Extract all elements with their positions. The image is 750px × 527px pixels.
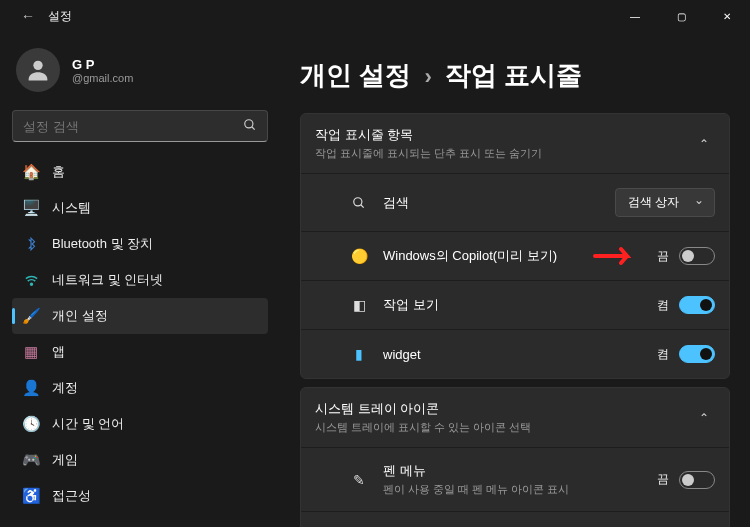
sidebar-item-label: 접근성: [52, 487, 91, 505]
row-label: 펜 메뉴: [383, 462, 657, 480]
widget-icon: ▮: [349, 344, 369, 364]
maximize-button[interactable]: ▢: [658, 0, 704, 32]
row-label: 검색: [383, 194, 615, 212]
user-profile[interactable]: G P @gmail.com: [12, 40, 268, 104]
sidebar-item-network[interactable]: 네트워크 및 인터넷: [12, 262, 268, 298]
minimize-button[interactable]: —: [612, 0, 658, 32]
tray-icons-section: 시스템 트레이 아이콘 시스템 트레이에 표시할 수 있는 아이콘 선택 ⌃ ✎…: [300, 387, 730, 527]
accessibility-icon: ♿: [22, 487, 40, 505]
chevron-right-icon: ›: [424, 64, 431, 89]
system-icon: 🖥️: [22, 199, 40, 217]
toggle-state-label: 켬: [657, 297, 669, 314]
sidebar-item-system[interactable]: 🖥️시스템: [12, 190, 268, 226]
taskview-toggle[interactable]: [679, 296, 715, 314]
home-icon: 🏠: [22, 163, 40, 181]
avatar: [16, 48, 60, 92]
row-label: 작업 보기: [383, 296, 657, 314]
sidebar-item-label: Bluetooth 및 장치: [52, 235, 153, 253]
search-icon: [243, 118, 257, 135]
svg-line-5: [361, 204, 364, 207]
row-search: 검색 검색 상자: [301, 173, 729, 231]
close-button[interactable]: ✕: [704, 0, 750, 32]
game-icon: 🎮: [22, 451, 40, 469]
person-icon: 👤: [22, 379, 40, 397]
copilot-icon: 🟡: [349, 246, 369, 266]
taskview-icon: ◧: [349, 295, 369, 315]
sidebar-item-apps[interactable]: ▦앱: [12, 334, 268, 370]
row-label: Windows의 Copilot(미리 보기): [383, 247, 657, 265]
sidebar-item-label: 시스템: [52, 199, 91, 217]
clock-icon: 🕓: [22, 415, 40, 433]
breadcrumb-parent[interactable]: 개인 설정: [300, 60, 411, 90]
row-sublabel: 펜이 사용 중일 때 펜 메뉴 아이콘 표시: [383, 482, 657, 497]
sidebar-item-gaming[interactable]: 🎮게임: [12, 442, 268, 478]
toggle-state-label: 끔: [657, 471, 669, 488]
sidebar-item-label: 시간 및 언어: [52, 415, 124, 433]
sidebar-item-personalization[interactable]: 🖌️개인 설정: [12, 298, 268, 334]
sidebar-item-label: 네트워크 및 인터넷: [52, 271, 163, 289]
sidebar-item-accounts[interactable]: 👤계정: [12, 370, 268, 406]
sidebar-item-bluetooth[interactable]: Bluetooth 및 장치: [12, 226, 268, 262]
svg-point-3: [30, 283, 32, 285]
chevron-up-icon[interactable]: ⌃: [693, 405, 715, 431]
sidebar-item-home[interactable]: 🏠홈: [12, 154, 268, 190]
svg-point-0: [33, 61, 42, 70]
search-icon: [349, 193, 369, 213]
bluetooth-icon: [22, 235, 40, 253]
section-header[interactable]: 작업 표시줄 항목 작업 표시줄에 표시되는 단추 표시 또는 숨기기 ⌃: [301, 114, 729, 173]
row-touch-keyboard: ⌨ 터치 키보드 터치 키보드 아이콘 표시 사용 안 함: [301, 511, 729, 527]
sidebar-item-label: 홈: [52, 163, 65, 181]
breadcrumb: 개인 설정 › 작업 표시줄: [300, 58, 730, 93]
sidebar-item-label: 개인 설정: [52, 307, 108, 325]
wifi-icon: [22, 271, 40, 289]
svg-point-1: [245, 119, 253, 127]
row-widget: ▮ widget 켬: [301, 329, 729, 378]
row-taskview: ◧ 작업 보기 켬: [301, 280, 729, 329]
search-dropdown[interactable]: 검색 상자: [615, 188, 715, 217]
apps-icon: ▦: [22, 343, 40, 361]
back-button[interactable]: ←: [16, 4, 40, 28]
window-title: 설정: [48, 8, 72, 25]
copilot-toggle[interactable]: [679, 247, 715, 265]
user-name: G P: [72, 57, 133, 72]
chevron-up-icon[interactable]: ⌃: [693, 131, 715, 157]
sidebar-item-time[interactable]: 🕓시간 및 언어: [12, 406, 268, 442]
pen-icon: ✎: [349, 470, 369, 490]
svg-line-2: [252, 126, 255, 129]
row-copilot: 🟡 Windows의 Copilot(미리 보기) 끔: [301, 231, 729, 280]
sidebar-item-accessibility[interactable]: ♿접근성: [12, 478, 268, 514]
search-input-wrapper[interactable]: [12, 110, 268, 142]
section-title: 작업 표시줄 항목: [315, 126, 693, 144]
widget-toggle[interactable]: [679, 345, 715, 363]
section-title: 시스템 트레이 아이콘: [315, 400, 693, 418]
user-email: @gmail.com: [72, 72, 133, 84]
svg-point-4: [354, 197, 362, 205]
search-input[interactable]: [23, 119, 243, 134]
sidebar-item-label: 앱: [52, 343, 65, 361]
section-subtitle: 작업 표시줄에 표시되는 단추 표시 또는 숨기기: [315, 146, 693, 161]
section-subtitle: 시스템 트레이에 표시할 수 있는 아이콘 선택: [315, 420, 693, 435]
section-header[interactable]: 시스템 트레이 아이콘 시스템 트레이에 표시할 수 있는 아이콘 선택 ⌃: [301, 388, 729, 447]
row-label: widget: [383, 347, 657, 362]
pen-menu-toggle[interactable]: [679, 471, 715, 489]
sidebar-item-label: 계정: [52, 379, 78, 397]
toggle-state-label: 켬: [657, 346, 669, 363]
toggle-state-label: 끔: [657, 248, 669, 265]
breadcrumb-current: 작업 표시줄: [445, 60, 582, 90]
brush-icon: 🖌️: [22, 307, 40, 325]
taskbar-items-section: 작업 표시줄 항목 작업 표시줄에 표시되는 단추 표시 또는 숨기기 ⌃ 검색…: [300, 113, 730, 379]
row-pen-menu: ✎ 펜 메뉴 펜이 사용 중일 때 펜 메뉴 아이콘 표시 끔: [301, 447, 729, 511]
sidebar-item-label: 게임: [52, 451, 78, 469]
